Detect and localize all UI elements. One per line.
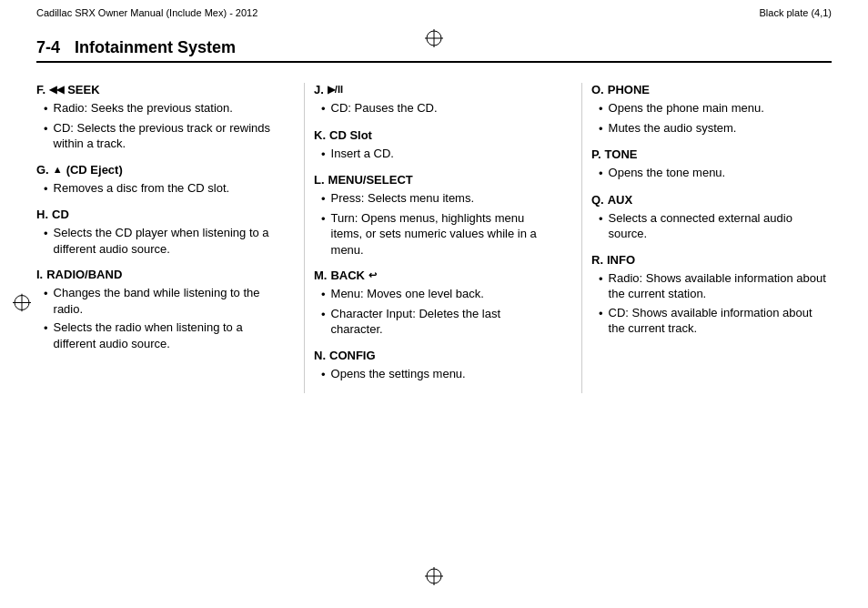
section-title-L: MENU/SELECT — [328, 173, 413, 187]
bullet-text: CD: Selects the previous track or rewind… — [54, 120, 277, 152]
bullet-list-M: •Menu: Moves one level back.•Character I… — [314, 286, 554, 338]
list-item: •Turn: Opens menus, highlights menu item… — [321, 210, 554, 258]
list-item: •Press: Selects menu items. — [321, 190, 554, 208]
bullet-list-N: •Opens the settings menu. — [314, 366, 554, 383]
section-header-H: H. CD — [36, 208, 277, 221]
section-label-K: K. — [314, 128, 326, 142]
section-title-P: TONE — [605, 147, 638, 161]
bullet-text: Removes a disc from the CD slot. — [54, 180, 230, 197]
bullet-text: Radio: Shows available information about… — [609, 270, 832, 302]
bullet-icon: • — [321, 101, 326, 117]
section-header-J: J. ▶/II — [314, 83, 554, 96]
eject-icon: ▲ — [53, 164, 63, 175]
bullet-list-Q: •Selects a connected external audio sour… — [591, 210, 832, 242]
section-R: R. INFO•Radio: Shows available informati… — [591, 253, 832, 337]
section-header-G: G. ▲ (CD Eject) — [36, 163, 277, 177]
bullet-list-I: •Changes the band while listening to the… — [36, 285, 277, 351]
play-pause-icon: ▶/II — [328, 84, 343, 96]
bullet-text: CD: Shows available information about th… — [609, 305, 832, 337]
section-K: K. CD Slot•Insert a CD. — [314, 128, 554, 163]
page-title-number: 7-4 — [36, 38, 60, 57]
bullet-icon: • — [44, 101, 48, 117]
bullet-icon: • — [44, 320, 48, 337]
section-label-L: L. — [314, 173, 325, 187]
list-item: •Removes a disc from the CD slot. — [44, 180, 277, 198]
column-col1: F. ◀◀ SEEK•Radio: Seeks the previous sta… — [36, 83, 295, 393]
bullet-icon: • — [599, 211, 603, 228]
list-item: •Selects the radio when listening to a d… — [44, 319, 277, 351]
bullet-text: Menu: Moves one level back. — [331, 286, 484, 302]
list-item: •CD: Selects the previous track or rewin… — [44, 120, 277, 152]
bullet-icon: • — [321, 367, 326, 383]
list-item: •Character Input: Deletes the last chara… — [321, 306, 554, 338]
list-item: •Opens the phone main menu. — [599, 100, 832, 117]
section-I: I. RADIO/BAND•Changes the band while lis… — [36, 268, 277, 351]
section-N: N. CONFIG•Opens the settings menu. — [314, 349, 554, 383]
section-label-H: H. — [36, 208, 48, 221]
list-item: •Selects the CD player when listening to… — [44, 225, 277, 257]
section-header-Q: Q. AUX — [591, 193, 832, 207]
section-label-F: F. — [36, 83, 45, 96]
bullet-list-O: •Opens the phone main menu.•Mutes the au… — [591, 100, 832, 137]
bullet-list-F: •Radio: Seeks the previous station.•CD: … — [36, 100, 277, 152]
section-header-R: R. INFO — [591, 253, 832, 267]
page-title-text: Infotainment System — [75, 38, 236, 57]
section-header-M: M. BACK ↩ — [314, 269, 554, 282]
list-item: •CD: Shows available information about t… — [599, 305, 832, 337]
bullet-icon: • — [599, 271, 603, 288]
bullet-list-J: •CD: Pauses the CD. — [314, 100, 554, 117]
bullet-icon: • — [321, 147, 326, 163]
list-item: •Selects a connected external audio sour… — [599, 210, 832, 242]
bullet-icon: • — [599, 121, 603, 137]
bullet-icon: • — [44, 286, 48, 302]
section-header-L: L. MENU/SELECT — [314, 173, 554, 187]
header-right: Black plate (4,1) — [760, 7, 832, 18]
section-H: H. CD•Selects the CD player when listeni… — [36, 208, 277, 257]
section-header-P: P. TONE — [591, 147, 832, 161]
list-item: •Menu: Moves one level back. — [321, 286, 554, 303]
bullet-list-R: •Radio: Shows available information abou… — [591, 270, 832, 337]
section-title-Q: AUX — [608, 193, 632, 207]
section-Q: Q. AUX•Selects a connected external audi… — [591, 193, 832, 242]
section-label-R: R. — [591, 253, 603, 267]
section-M: M. BACK ↩•Menu: Moves one level back.•Ch… — [314, 269, 554, 338]
section-label-M: M. — [314, 269, 327, 282]
section-label-O: O. — [591, 83, 604, 96]
bullet-list-K: •Insert a CD. — [314, 146, 554, 163]
bullet-icon: • — [321, 191, 326, 208]
bullet-list-H: •Selects the CD player when listening to… — [36, 225, 277, 257]
list-item: •Mutes the audio system. — [599, 120, 832, 137]
bullet-icon: • — [599, 306, 603, 322]
section-title-O: PHONE — [608, 83, 650, 96]
section-header-I: I. RADIO/BAND — [36, 268, 277, 281]
bullet-icon: • — [44, 181, 48, 198]
section-label-P: P. — [591, 147, 601, 161]
bullet-text: Character Input: Deletes the last charac… — [331, 306, 554, 338]
bullet-text: Mutes the audio system. — [609, 120, 737, 137]
list-item: •CD: Pauses the CD. — [321, 100, 554, 117]
section-title-F: SEEK — [67, 83, 99, 96]
section-header-O: O. PHONE — [591, 83, 832, 96]
bullet-text: Insert a CD. — [331, 146, 394, 162]
bullet-text: Changes the band while listening to the … — [54, 285, 277, 317]
section-F: F. ◀◀ SEEK•Radio: Seeks the previous sta… — [36, 83, 277, 152]
bullet-icon: • — [44, 226, 48, 242]
section-title-R: INFO — [607, 253, 635, 267]
section-header-F: F. ◀◀ SEEK — [36, 83, 277, 96]
section-label-J: J. — [314, 83, 324, 96]
section-label-I: I. — [36, 268, 43, 281]
section-label-N: N. — [314, 349, 326, 362]
bullet-text: Selects the CD player when listening to … — [54, 225, 277, 257]
bullet-text: Selects the radio when listening to a di… — [54, 319, 277, 351]
section-title-K: CD Slot — [329, 128, 372, 142]
section-title-H: CD — [52, 208, 69, 221]
section-L: L. MENU/SELECT•Press: Selects menu items… — [314, 173, 554, 258]
crosshair-bottom — [425, 567, 443, 588]
bullet-icon: • — [599, 101, 603, 117]
section-title-M: BACK — [330, 269, 365, 282]
list-item: •Radio: Shows available information abou… — [599, 270, 832, 302]
section-J: J. ▶/II•CD: Pauses the CD. — [314, 83, 554, 117]
section-label-G: G. — [36, 163, 49, 177]
bullet-text: Press: Selects menu items. — [331, 190, 475, 207]
list-item: •Opens the settings menu. — [321, 366, 554, 383]
